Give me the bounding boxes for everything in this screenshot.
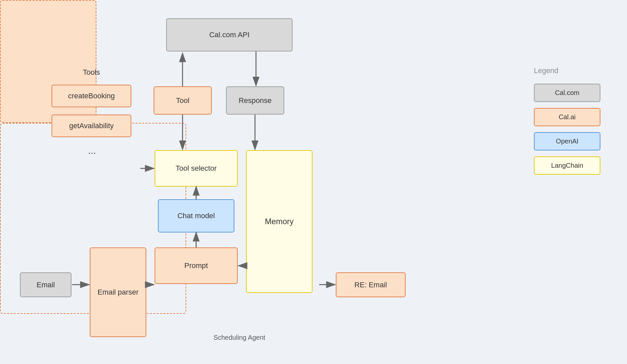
tools-dots: ... xyxy=(88,145,96,156)
legend-calcom: Cal.com xyxy=(534,84,600,102)
legend-container: Legend Cal.com Cal.ai OpenAI LangChain xyxy=(534,66,600,175)
calcom-api-box: Cal.com API xyxy=(166,18,293,51)
legend-openai: OpenAI xyxy=(534,132,600,150)
tools-label: Tools xyxy=(43,68,140,77)
email-box: Email xyxy=(20,272,71,297)
getavailability-box: getAvailability xyxy=(52,115,131,137)
legend-langchain: LangChain xyxy=(534,156,600,175)
legend-calai: Cal.ai xyxy=(534,108,600,126)
agent-label: Scheduling Agent xyxy=(146,334,332,341)
memory-box: Memory xyxy=(246,150,313,293)
response-box: Response xyxy=(226,86,284,115)
chatmodel-box: Chat model xyxy=(158,199,234,232)
tool-box: Tool xyxy=(154,86,212,115)
prompt-box: Prompt xyxy=(155,247,238,284)
reemail-box: RE: Email xyxy=(336,272,406,297)
toolselector-box: Tool selector xyxy=(155,150,238,187)
diagram-container: Cal.com API Tool Response Tools createBo… xyxy=(0,0,627,364)
legend-title: Legend xyxy=(534,66,600,75)
createbooking-box: createBooking xyxy=(52,85,131,107)
emailparser-box: Email parser xyxy=(90,247,146,337)
